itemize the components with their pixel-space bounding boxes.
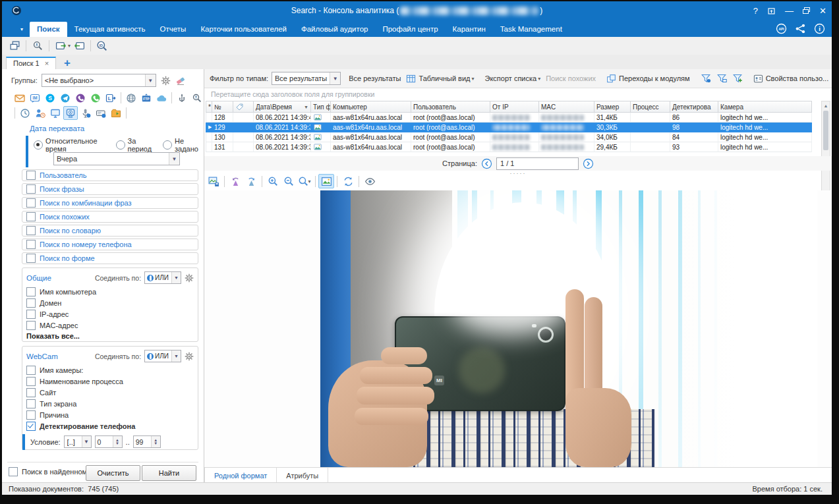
pager-prev-button[interactable] bbox=[481, 158, 492, 169]
menu-tab-8[interactable]: Task Management bbox=[493, 22, 569, 37]
checkbox-icon[interactable] bbox=[26, 366, 36, 375]
column-header-datetime[interactable]: Дата\Время▼ bbox=[254, 101, 311, 113]
import-tab-button[interactable] bbox=[71, 39, 87, 53]
checkbox-icon[interactable] bbox=[26, 287, 36, 296]
search-in-found-checkbox[interactable] bbox=[9, 467, 18, 476]
http-icon[interactable] bbox=[124, 91, 138, 105]
type-filter-combobox[interactable]: Все результаты▼ bbox=[272, 72, 341, 85]
webcam-item-4[interactable]: Тип экрана bbox=[26, 398, 194, 409]
pin-window-button[interactable] bbox=[767, 7, 776, 15]
search-similar-button[interactable]: Поиск похожих bbox=[546, 74, 596, 82]
device-search-icon[interactable] bbox=[190, 91, 204, 105]
column-header-camera[interactable]: Камера bbox=[718, 101, 812, 113]
menu-tab-5[interactable]: Файловый аудитор bbox=[294, 22, 376, 37]
table-view-button[interactable]: Табличный вид▾ bbox=[406, 74, 474, 84]
close-tab-icon[interactable]: × bbox=[45, 59, 49, 67]
cloud-icon[interactable] bbox=[154, 91, 169, 105]
groups-settings-gear-icon[interactable] bbox=[161, 76, 171, 86]
table-row-130[interactable]: 13008.06.2021 14:39:36aas-w81x64ru.aas.l… bbox=[206, 132, 812, 142]
common-item-3[interactable]: IP-адрес bbox=[26, 308, 194, 320]
column-header-num[interactable]: № bbox=[212, 101, 233, 113]
viewer-tab-2[interactable]: Атрибуты bbox=[277, 468, 328, 483]
menu-tab-3[interactable]: Отчеты bbox=[153, 22, 194, 37]
condition-operator-combobox[interactable]: [..]▼ bbox=[64, 435, 92, 448]
date-option-2[interactable]: За период bbox=[116, 137, 156, 153]
table-row-131[interactable]: 13108.06.2021 14:39:33aas-w81x64ru.aas.l… bbox=[206, 142, 812, 152]
zoom-in-button[interactable] bbox=[265, 174, 281, 188]
filter-box-1[interactable]: Пользователь bbox=[22, 169, 198, 181]
pager-next-button[interactable] bbox=[583, 158, 594, 169]
clear-button[interactable]: Очистить bbox=[86, 465, 140, 481]
help-button[interactable]: ? bbox=[753, 7, 758, 15]
webcam-item-6[interactable]: Детектирование телефона bbox=[26, 420, 194, 432]
checkbox-icon[interactable] bbox=[26, 388, 36, 397]
user-activity-icon[interactable] bbox=[33, 106, 47, 120]
rotate-right-button[interactable] bbox=[243, 174, 259, 188]
find-button[interactable]: Найти bbox=[142, 465, 196, 481]
im-icon[interactable] bbox=[28, 91, 42, 105]
export-image-button[interactable] bbox=[206, 174, 221, 188]
checkbox-icon[interactable] bbox=[26, 184, 36, 194]
doc-tab-search-1[interactable]: Поиск 1× bbox=[6, 57, 56, 69]
column-header-computer[interactable]: Компьютер bbox=[331, 101, 411, 113]
rotate-left-button[interactable] bbox=[227, 174, 243, 188]
relative-time-combobox[interactable]: Вчера▼ bbox=[53, 152, 180, 165]
checkbox-icon[interactable] bbox=[26, 198, 36, 208]
lync-icon[interactable] bbox=[103, 91, 118, 105]
usb-icon[interactable] bbox=[175, 91, 189, 105]
filter-box-7[interactable]: Поиск по форме bbox=[22, 252, 198, 264]
checkbox-icon[interactable] bbox=[26, 399, 36, 408]
user-properties-button[interactable]: Свойства пользо... bbox=[753, 74, 829, 84]
condition-from-spinner[interactable]: 0▲▼ bbox=[95, 435, 123, 448]
column-header-mac[interactable]: MAC bbox=[539, 101, 594, 113]
radio-icon[interactable] bbox=[34, 140, 43, 150]
files-icon[interactable] bbox=[109, 106, 123, 120]
checkbox-icon[interactable] bbox=[26, 226, 36, 235]
filter-by-user-icon[interactable] bbox=[701, 73, 711, 84]
zoom-out-button[interactable] bbox=[281, 174, 297, 188]
date-option-3[interactable]: Не задано bbox=[163, 137, 204, 153]
clock-icon[interactable] bbox=[18, 106, 32, 120]
refresh-image-button[interactable] bbox=[340, 174, 356, 188]
checkbox-icon[interactable] bbox=[26, 240, 36, 249]
viber-icon[interactable] bbox=[73, 91, 88, 105]
checkbox-icon[interactable] bbox=[26, 310, 36, 319]
date-option-1[interactable]: Относительное время bbox=[34, 137, 109, 153]
filter-by-computer-icon[interactable] bbox=[716, 73, 727, 84]
webcam-photo[interactable]: MI bbox=[320, 190, 817, 467]
api-icon[interactable]: API bbox=[776, 23, 787, 34]
network-icon[interactable] bbox=[795, 23, 806, 34]
common-item-2[interactable]: Домен bbox=[26, 297, 194, 308]
skype-icon[interactable] bbox=[43, 91, 57, 105]
radio-icon[interactable] bbox=[116, 140, 125, 150]
pager-input[interactable]: 1 / 1 bbox=[496, 157, 579, 170]
checkbox-icon[interactable] bbox=[26, 377, 36, 386]
all-results-button[interactable]: Все результаты bbox=[349, 74, 401, 82]
webcam-item-3[interactable]: Сайт bbox=[26, 387, 194, 398]
info-icon[interactable]: i bbox=[814, 23, 825, 34]
table-row-128[interactable]: 12808.06.2021 14:39:41aas-w81x64ru.aas.l… bbox=[206, 113, 812, 123]
column-header-detect[interactable]: Детектирова bbox=[670, 101, 718, 113]
user-search-button[interactable] bbox=[30, 39, 45, 53]
id-search-button[interactable]: ID bbox=[94, 39, 110, 53]
menu-tab-2[interactable]: Текущая активность bbox=[67, 22, 153, 37]
column-header-size[interactable]: Размер bbox=[594, 101, 631, 113]
checkbox-icon[interactable] bbox=[26, 410, 36, 420]
fit-to-window-button[interactable] bbox=[318, 174, 334, 188]
menu-tab-1[interactable]: Поиск bbox=[30, 22, 67, 37]
checkbox-icon[interactable] bbox=[26, 321, 36, 330]
webcam-gear-icon[interactable] bbox=[185, 352, 194, 361]
card-device-icon[interactable] bbox=[94, 106, 108, 120]
export-list-button[interactable]: Экспорт списка▾ bbox=[485, 74, 541, 82]
table-row-129[interactable]: ▶12908.06.2021 14:39:38aas-w81x64ru.aas.… bbox=[206, 123, 812, 132]
export-tab-caret[interactable]: ▾ bbox=[68, 43, 71, 49]
scroll-up-icon[interactable]: ▲ bbox=[822, 101, 830, 110]
filter-box-2[interactable]: Поиск фразы bbox=[22, 183, 198, 195]
common-item-1[interactable]: Имя компьютера bbox=[26, 286, 194, 297]
preview-eye-icon[interactable] bbox=[362, 174, 378, 188]
condition-to-spinner[interactable]: 99▲▼ bbox=[133, 435, 161, 448]
go-to-modules-button[interactable]: Переходы к модулям bbox=[606, 74, 690, 84]
whatsapp-icon[interactable] bbox=[88, 91, 103, 105]
common-join-combobox[interactable]: ИЛИ▼ bbox=[144, 271, 181, 284]
ftp-icon[interactable] bbox=[139, 91, 154, 105]
